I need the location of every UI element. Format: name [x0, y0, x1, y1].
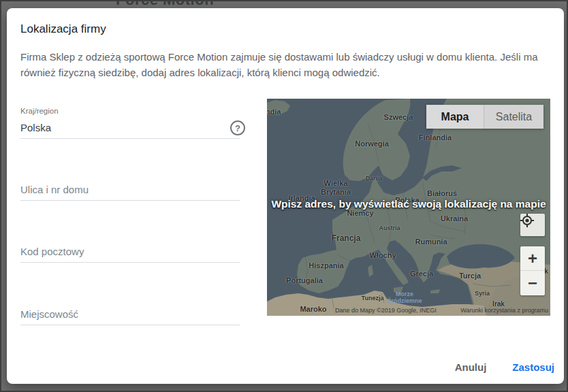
location-dialog: Lokalizacja firmy Firma Sklep z odzieżą … — [7, 8, 564, 384]
dialog-description: Firma Sklep z odzieżą sportową Force Mot… — [20, 49, 554, 80]
street-input[interactable] — [20, 179, 240, 201]
map-terms-link[interactable]: Warunki korzystania z programu — [460, 307, 548, 314]
map-overlay-message: Wpisz adres, by wyświetlać swoją lokaliz… — [267, 198, 550, 210]
zoom-out-button[interactable]: − — [520, 271, 545, 295]
country-label: Kraj/region — [20, 107, 59, 115]
map-type-satellite-button[interactable]: Satelita — [484, 105, 543, 129]
dialog-footer: Anuluj Zastosuj — [454, 359, 556, 376]
postal-code-input[interactable] — [20, 241, 240, 263]
zoom-in-button[interactable]: + — [520, 246, 545, 271]
map[interactable]: IslandiaSzwecjaNorwegiaFinlandiaDaniaWie… — [267, 99, 550, 316]
help-icon[interactable]: ? — [230, 120, 245, 135]
my-location-button[interactable] — [520, 214, 545, 236]
map-type-toggle: Mapa Satelita — [426, 105, 543, 129]
background-page: Force Motion — [1, 1, 567, 7]
cancel-button[interactable]: Anuluj — [454, 359, 488, 376]
screen: Force Motion Lokalizacja firmy Firma Skl… — [0, 0, 568, 392]
map-attribution: Dane do Mapy ©2019 Google, INEGI — [335, 307, 437, 314]
apply-button[interactable]: Zastosuj — [511, 359, 556, 376]
country-input[interactable] — [20, 117, 240, 139]
my-location-icon — [520, 214, 534, 227]
city-input[interactable] — [20, 304, 240, 325]
background-page-title: Force Motion — [116, 1, 214, 7]
dialog-title: Lokalizacja firmy — [20, 22, 106, 36]
map-zoom-control: + − — [520, 246, 545, 295]
map-type-map-button[interactable]: Mapa — [426, 105, 484, 129]
